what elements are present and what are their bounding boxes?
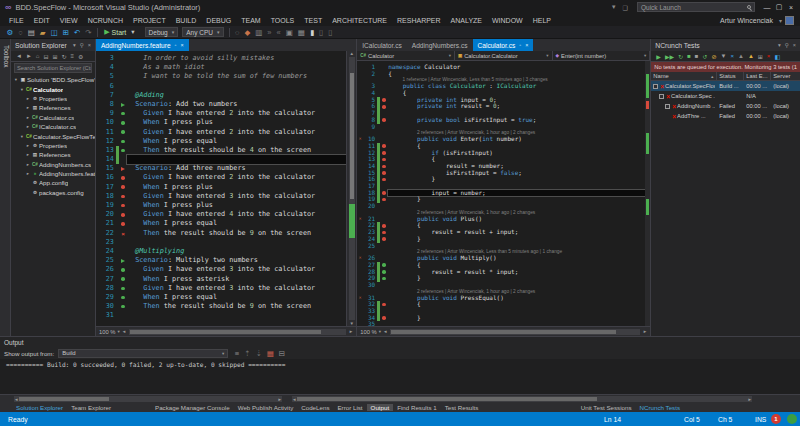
cs-editor[interactable]: 1namespace Calculator2{1 reference | Art… — [357, 61, 645, 326]
home-icon[interactable]: ⌂ — [36, 53, 40, 59]
checkbox[interactable] — [653, 84, 658, 89]
forward-icon[interactable]: ► — [26, 53, 32, 59]
menu-architecture[interactable]: ARCHITECTURE — [327, 17, 392, 24]
tree-item-app-config[interactable]: ⚙App.config — [11, 178, 95, 187]
test-row[interactable]: ×AddThre ...Failed00:00 ...(local) — [651, 111, 800, 121]
tree-item-packages-config[interactable]: ⚙packages.config — [11, 188, 95, 197]
step-over-icon[interactable]: » — [267, 28, 271, 37]
warnings-active-icon[interactable]: ▲ — [748, 53, 754, 59]
menu-build[interactable]: BUILD — [171, 17, 202, 24]
column-header-server[interactable]: Server — [771, 72, 800, 80]
tree-item-properties[interactable]: ▸⚙Properties — [11, 94, 95, 103]
member-dropdown[interactable]: ◆Enter(int number)▾ — [553, 51, 651, 60]
menu-analyze[interactable]: ANALYZE — [446, 17, 487, 24]
navigate-forward-icon[interactable]: ○ — [18, 28, 23, 37]
solution-platform-dropdown[interactable]: Any CPU▾ — [182, 27, 223, 37]
goto-prev-message-icon[interactable]: ⇡ — [244, 349, 250, 358]
reset-icon[interactable]: ↺ — [702, 53, 707, 60]
type-dropdown[interactable]: ▣Calculator.Calculator▾ — [455, 51, 553, 60]
test-row[interactable]: ×Calculator.SpecFlow ...Build ...00:00 .… — [651, 81, 800, 91]
test-explorer-icon[interactable]: ▦ — [298, 28, 305, 37]
failed-tests-icon[interactable]: × — [767, 53, 771, 59]
resharper-icon[interactable]: ▣ — [286, 28, 293, 37]
project-dropdown[interactable]: C#Calculator▾ — [357, 51, 455, 60]
menu-tools[interactable]: TOOLS — [266, 17, 300, 24]
menu-edit[interactable]: EDIT — [29, 17, 55, 24]
menu-ncrunch[interactable]: NCRUNCH — [83, 17, 128, 24]
solution-config-dropdown[interactable]: Debug▾ — [145, 27, 179, 37]
tree-item-references[interactable]: ▸▤References — [11, 150, 95, 159]
close-panel-icon[interactable]: × — [88, 42, 91, 48]
bottom-tab-ncrunch-tests[interactable]: NCrunch Tests — [636, 404, 684, 411]
tree-item-addingnumbers-cs[interactable]: ▸C#AddingNumbers.cs — [11, 160, 95, 169]
close-panel-icon[interactable]: × — [793, 42, 796, 48]
warnings-icon[interactable]: ▲ — [738, 53, 744, 59]
back-icon[interactable]: ◄ — [16, 53, 22, 59]
bottom-tab-test-results[interactable]: Test Results — [441, 404, 483, 411]
run-all-icon[interactable]: ▶▶ — [665, 53, 674, 60]
tab-calculator-cs[interactable]: Calculator.cs◦× — [473, 39, 534, 51]
properties-window-icon[interactable]: ⚙ — [78, 53, 83, 60]
checkbox[interactable] — [659, 94, 664, 99]
menu-window[interactable]: WINDOW — [487, 17, 528, 24]
menu-help[interactable]: HELP — [528, 17, 556, 24]
bottom-tab-find-results-1[interactable]: Find Results 1 — [393, 404, 441, 411]
window-menu-icon[interactable]: ▾ — [778, 42, 781, 48]
menu-test[interactable]: TEST — [299, 17, 327, 24]
checkbox[interactable] — [665, 104, 670, 109]
pin-icon[interactable]: ⚲ — [80, 42, 84, 48]
close-button[interactable]: × — [785, 4, 797, 11]
redo-icon[interactable]: ↷ — [85, 28, 91, 37]
metrics-icon[interactable]: ◧ — [774, 53, 780, 60]
bottom-tab-output[interactable]: Output — [367, 404, 394, 411]
cs-horizontal-scrollbar[interactable] — [390, 329, 639, 335]
run-covering-icon[interactable]: ■ — [687, 53, 691, 59]
horizontal-scrollbar[interactable]: ◄ ► — [292, 396, 752, 402]
tree-item-references[interactable]: ▸▤References — [11, 103, 95, 112]
quick-launch-input[interactable]: Quick Launch — [637, 2, 755, 12]
feature-vertical-scrollbar[interactable]: ▲ ▼ — [346, 51, 356, 326]
tree-item-addingnumbers-feature[interactable]: ▸»AddingNumbers.feature — [11, 169, 95, 178]
tab-close-icon[interactable]: × — [525, 42, 528, 48]
tab-addingnumbers-cs[interactable]: AddingNumbers.cs — [407, 39, 473, 51]
window-menu-icon[interactable]: ▾ — [73, 42, 76, 48]
test-row[interactable]: ×Calculator.Spec ...N/A — [651, 91, 800, 101]
show-all-files-icon[interactable]: ⊞ — [53, 53, 58, 60]
menu-debug[interactable]: DEBUG — [201, 17, 236, 24]
tree-item-calculator-specflowtests[interactable]: ▾C#Calculator.SpecFlowTests — [11, 131, 95, 140]
coverage-icon[interactable]: ⊞ — [758, 53, 763, 60]
goto-next-message-icon[interactable]: ⇣ — [255, 349, 261, 358]
ncrunch-engine-icon[interactable]: ◆ — [244, 28, 250, 37]
menu-file[interactable]: FILE — [4, 17, 29, 24]
bottom-tab-team-explorer[interactable]: Team Explorer — [67, 404, 115, 411]
user-caret-icon[interactable]: ▾ — [779, 17, 782, 24]
zoom-level[interactable]: 100 % — [99, 329, 115, 335]
horizontal-scrollbar[interactable]: ◄ ► — [14, 396, 282, 402]
avatar[interactable] — [785, 16, 794, 25]
feature-editor[interactable]: 3 In order to avoid silly mistakes4 As a… — [96, 51, 346, 326]
tree-item-properties[interactable]: ▸⚙Properties — [11, 141, 95, 150]
tree-item-icalculator-cs[interactable]: ▸C#ICalculator.cs — [11, 122, 95, 131]
view-code-icon[interactable]: ≡ — [71, 53, 75, 59]
attach-icon[interactable]: ◌ — [235, 28, 239, 37]
undo-icon[interactable]: ↶ — [74, 28, 80, 37]
navigate-backward-icon[interactable]: ⚙ — [7, 28, 14, 37]
save-icon[interactable]: ◫ — [51, 28, 58, 37]
bookmark-prev-icon[interactable]: ▯ — [328, 28, 332, 37]
cs-scroll-annotations[interactable] — [645, 61, 650, 326]
feedback-icon[interactable]: ❑ — [623, 4, 628, 11]
output-content[interactable]: ========== Build: 0 succeeded, 0 failed,… — [0, 359, 800, 394]
ncrunch-engine-badge[interactable] — [787, 414, 797, 424]
menu-resharper[interactable]: RESHARPER — [392, 17, 446, 24]
bottom-tab-package-manager-console[interactable]: Package Manager Console — [151, 404, 234, 411]
find-icon[interactable]: ▥ — [255, 28, 262, 37]
scrollbar-thumb[interactable] — [350, 73, 354, 199]
bookmark-icon[interactable]: ▮ — [310, 28, 314, 37]
tab-icalculator-cs[interactable]: ICalculator.cs — [357, 39, 407, 51]
column-header-name[interactable]: Name▲ — [651, 72, 717, 80]
tree-item-solution-bdd-specflow-2-projects-[interactable]: ▾▣Solution 'BDD.SpecFlow' (2 projects) — [11, 75, 95, 84]
tab-close-icon[interactable]: × — [181, 42, 184, 48]
toolbox-tab[interactable]: Toolbox — [0, 39, 11, 336]
rerun-icon[interactable]: ↻ — [678, 53, 683, 60]
filter-icon[interactable]: ▼ — [611, 4, 617, 10]
